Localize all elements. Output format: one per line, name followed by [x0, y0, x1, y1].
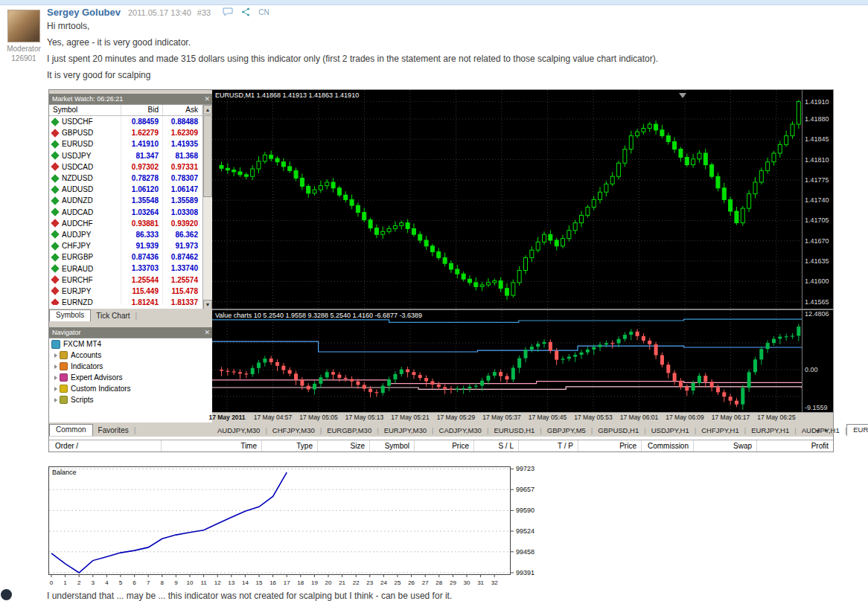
scrollbar-thumb[interactable] [203, 115, 212, 197]
price-scale-label: 1.41910 [805, 98, 829, 106]
chart-tab-eurgbp-m30[interactable]: EURGBP,M30 [322, 425, 377, 436]
navigator-root[interactable]: FXCM MT4 [49, 338, 212, 350]
expand-icon[interactable] [54, 387, 57, 391]
chart-tab-chfjpy-h1[interactable]: CHFJPY,H1 [696, 425, 744, 436]
quote-bubble-icon[interactable] [223, 7, 233, 18]
market-watch-row[interactable]: EURGBP0.874360.87462 [49, 251, 212, 263]
terminal-column-commission[interactable]: Commission [641, 440, 693, 451]
ask-value: 0.97331 [163, 161, 202, 173]
market-watch-column-header[interactable]: Bid [121, 105, 163, 115]
ask-value: 1.62309 [163, 127, 202, 138]
ask-value: 1.35589 [163, 195, 202, 206]
market-watch-row[interactable]: EURUSD1.419101.41935 [49, 138, 212, 150]
navigator-item-custom-indicators[interactable]: Custom Indicators [49, 383, 212, 394]
svg-text:32: 32 [491, 579, 498, 586]
expand-icon[interactable] [54, 364, 57, 369]
market-watch-row[interactable]: EURNZD1.812411.81337 [49, 297, 212, 305]
chart-tab-eurjpy-h1[interactable]: EURJPY,H1 [746, 425, 794, 436]
market-watch-row[interactable]: USDCAD0.973020.97331 [49, 161, 212, 173]
value-chart[interactable] [212, 310, 833, 415]
market-watch-row[interactable]: AUDCHF0.938810.93920 [49, 218, 212, 229]
navigator-item-expert-advisors[interactable]: Expert Advisors [49, 372, 212, 383]
symbol-name: EURNZD [62, 297, 93, 305]
terminal-column-symbol[interactable]: Symbol [369, 440, 414, 451]
navigator-item-accounts[interactable]: Accounts [49, 350, 212, 361]
share-icon[interactable] [241, 7, 250, 18]
terminal-column-s-l[interactable]: S / L [473, 440, 518, 451]
terminal-column-time[interactable]: Time [161, 440, 261, 451]
terminal-column-size[interactable]: Size [317, 440, 369, 451]
chart-tab-eurjpy-m30[interactable]: EURJPY,M30 [379, 425, 432, 436]
market-watch-row[interactable]: USDJPY81.34781.368 [49, 150, 212, 161]
main-chart[interactable]: EURUSD,M1 1.41868 1.41913 1.41863 1.4191… [212, 90, 833, 309]
market-watch-row[interactable]: GBPUSD1.622791.62309 [49, 127, 212, 138]
market-watch-row[interactable]: AUDUSD1.061201.06147 [49, 184, 212, 195]
author-link[interactable]: Sergey Golubev [47, 7, 121, 18]
market-watch-row[interactable]: EURJPY115.449115.478 [49, 286, 212, 297]
market-watch-row[interactable]: EURCHF1.255441.25574 [49, 274, 212, 286]
time-axis[interactable]: 17 May 201117 May 04:5717 May 05:0517 Ma… [212, 412, 833, 422]
tick-down-icon [51, 129, 59, 137]
terminal-header: Order /TimeTypeSizeSymbolPriceS / LT / P… [49, 440, 833, 451]
chart-tab-usdjpy-h1[interactable]: USDJPY,H1 [646, 425, 695, 436]
market-watch-row[interactable]: EURAUD1.337031.33740 [49, 263, 212, 274]
next-post-avatar[interactable] [1, 589, 12, 600]
chart-tab-gbpusd-h1[interactable]: GBPUSD,H1 [593, 425, 644, 436]
tab-symbols[interactable]: Symbols [49, 309, 91, 321]
market-watch-row[interactable]: NZDUSD0.782780.78307 [49, 173, 212, 184]
tab-scroll-arrows-icon[interactable]: ◂ ▸ [816, 427, 830, 434]
time-axis-label: 17 May 05:21 [391, 414, 430, 421]
market-watch-row[interactable]: AUDCAD1.032641.03308 [49, 207, 212, 218]
expand-icon[interactable] [54, 398, 57, 402]
tab-common[interactable]: Common [49, 424, 93, 436]
svg-text:0: 0 [50, 579, 54, 586]
terminal-column-order-[interactable]: Order / [49, 440, 161, 451]
chart-tab-eurusd-h1[interactable]: EURUSD,H1 [488, 425, 540, 436]
tab-tick-chart[interactable]: Tick Chart [91, 311, 135, 321]
market-watch-row[interactable]: AUDJPY86.33386.362 [49, 229, 212, 240]
navigator-item-indicators[interactable]: Indicators [49, 361, 212, 372]
expand-icon[interactable] [54, 376, 57, 380]
svg-text:5: 5 [119, 579, 123, 586]
close-icon[interactable]: ✕ [204, 327, 210, 338]
terminal-column-type[interactable]: Type [261, 440, 317, 451]
chart-tab-audjpy-m30[interactable]: AUDJPY,M30 [212, 425, 265, 436]
candlestick-chart[interactable] [212, 90, 833, 312]
symbol-cell: CHFJPY [49, 240, 121, 251]
market-watch-row[interactable]: AUDNZD1.355481.35589 [49, 195, 212, 206]
avatar[interactable] [7, 10, 40, 42]
time-axis-label: 17 May 06:25 [757, 414, 796, 421]
market-watch-row[interactable]: USDCHF0.884590.88488 [49, 116, 212, 127]
post-number[interactable]: #33 [197, 8, 211, 17]
indicator-scale[interactable]: 12.48060.00-9.1559 [802, 310, 833, 412]
navigator-item-scripts[interactable]: Scripts [49, 394, 212, 405]
tab-favorites[interactable]: Favorites [93, 425, 134, 436]
market-watch-column-header[interactable]: Symbol [49, 105, 121, 115]
terminal-column-price[interactable]: Price [578, 440, 641, 451]
expand-icon[interactable] [54, 353, 57, 358]
market-watch-column-header[interactable]: Ask [163, 105, 202, 115]
terminal-column-profit[interactable]: Profit [756, 440, 833, 451]
svg-text:26: 26 [408, 579, 415, 586]
terminal-column-swap[interactable]: Swap [693, 440, 756, 451]
terminal-column-t-p[interactable]: T / P [518, 440, 578, 451]
post-text-line: Hi mrtools, [47, 21, 89, 31]
price-scale[interactable]: 1.419101.418801.418451.418101.417751.417… [802, 90, 833, 309]
time-axis-label: 17 May 05:45 [529, 414, 567, 421]
chart-tab-chfjpy-m30[interactable]: CHFJPY,M30 [267, 425, 320, 436]
price-scale-label: 1.41880 [805, 115, 829, 123]
tick-up-icon [51, 242, 59, 250]
chart-tab-gbpjpy-m5[interactable]: GBPJPY,M5 [542, 425, 591, 436]
market-watch-row[interactable]: CHFJPY91.93991.973 [49, 240, 212, 251]
post-date: 2011.05.17 13:40 [128, 8, 191, 17]
svg-text:9: 9 [174, 579, 178, 586]
chart-tab-cadjpy-m30[interactable]: CADJPY,M30 [434, 425, 487, 436]
translate-link[interactable]: CN [258, 8, 269, 16]
terminal-column-price[interactable]: Price [414, 440, 473, 451]
svg-text:15: 15 [256, 579, 263, 586]
scroll-up-icon[interactable]: ▲ [203, 105, 212, 115]
close-icon[interactable]: ✕ [204, 94, 210, 104]
chart-tab-active[interactable]: EURU [846, 424, 868, 436]
indicator-subwindow[interactable]: Value charts 10 5.2540 1.9558 9.3288 5.2… [212, 310, 833, 412]
scrollbar[interactable]: ▲ ▼ [202, 105, 212, 309]
